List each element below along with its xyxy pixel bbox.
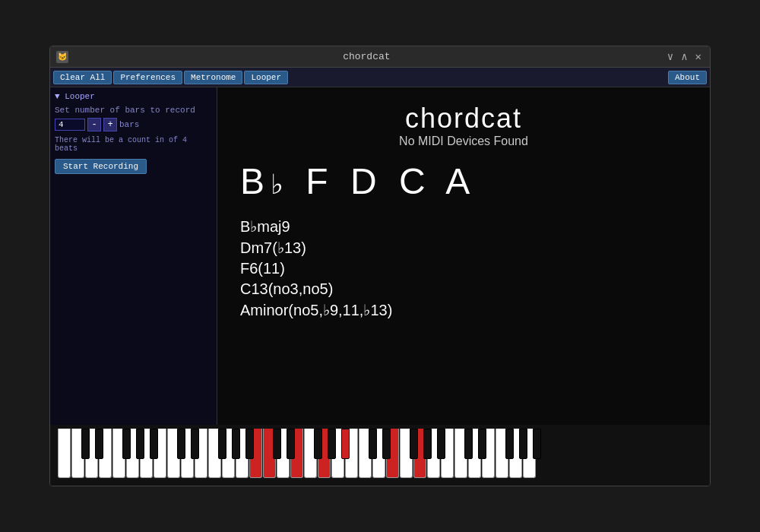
piano-black-key[interactable] [81,429,90,459]
looper-button[interactable]: Looper [244,71,288,84]
window-title: chordcat [68,51,665,62]
notes-display: B♭ F D C A [240,160,687,202]
count-info: There will be a count in of 4 beats [55,136,212,153]
menu-left: Clear All Preferences Metronome Looper [53,71,288,84]
chord-item-4: C13(no3,no5) [240,280,687,298]
piano-black-key[interactable] [423,429,432,459]
chord-item-2: Dm7(♭13) [240,239,687,257]
bars-unit: bars [119,120,139,129]
title-bar: 🐱 chordcat ∨ ∧ ✕ [50,46,710,68]
app-title: chordcat [240,103,687,135]
piano-container [50,425,710,486]
piano-black-key[interactable] [150,429,158,459]
bars-plus-button[interactable]: + [103,118,117,131]
piano-black-key[interactable] [410,429,418,459]
app-icon: 🐱 [56,51,68,63]
chord-item-5: Aminor(no5,♭9,11,♭13) [240,301,687,319]
looper-header: ▼ Looper [55,92,212,101]
piano-black-key[interactable] [505,429,514,459]
piano-black-key[interactable] [245,429,254,459]
clear-all-button[interactable]: Clear All [53,71,112,84]
notes-text: B♭ F D C A [240,161,476,201]
maximize-button[interactable]: ∧ [679,50,689,63]
piano-black-key[interactable] [136,429,144,459]
piano-black-key[interactable] [533,429,541,459]
bars-control: - + bars [55,118,212,131]
piano-black-key[interactable] [232,429,240,459]
piano-black-key[interactable] [273,429,281,459]
piano-black-key[interactable] [369,429,377,459]
piano-black-key[interactable] [328,429,336,459]
piano-black-key[interactable] [382,429,391,459]
piano-black-key[interactable] [464,429,473,459]
bars-input[interactable] [55,119,85,131]
piano-black-key[interactable] [437,429,445,459]
chord-item-1: B♭maj9 [240,217,687,236]
window-controls: ∨ ∧ ✕ [665,50,704,63]
preferences-button[interactable]: Preferences [113,71,182,84]
piano-black-key[interactable] [122,429,131,459]
content-area: ▼ Looper Set number of bars to record - … [50,87,710,425]
main-display: chordcat No MIDI Devices Found B♭ F D C … [217,87,710,425]
piano-black-key[interactable] [287,429,295,459]
chord-list: B♭maj9 Dm7(♭13) F6(11) C13(no3,no5) Amin… [240,217,687,319]
sidebar: ▼ Looper Set number of bars to record - … [50,87,217,425]
bars-label: Set number of bars to record [55,106,212,115]
bars-minus-button[interactable]: - [87,118,101,131]
start-recording-button[interactable]: Start Recording [55,159,147,174]
looper-section-title: ▼ Looper [55,92,95,101]
piano-black-key[interactable] [191,429,199,459]
piano-keys-area [58,429,702,482]
piano-black-key[interactable] [95,429,103,459]
piano-black-key[interactable] [341,429,350,459]
menu-bar: Clear All Preferences Metronome Looper A… [50,68,710,87]
piano-white-key[interactable] [58,429,71,478]
about-button[interactable]: About [668,71,707,84]
minimize-button[interactable]: ∨ [665,50,676,63]
piano-black-key[interactable] [218,429,226,459]
chord-item-3: F6(11) [240,260,687,277]
midi-status: No MIDI Devices Found [240,135,687,148]
piano-black-key[interactable] [519,429,527,459]
main-window: 🐱 chordcat ∨ ∧ ✕ Clear All Preferences M… [49,46,711,486]
piano-black-key[interactable] [478,429,486,459]
piano-render [58,429,538,478]
piano-black-key[interactable] [177,429,185,459]
metronome-button[interactable]: Metronome [184,71,242,84]
close-button[interactable]: ✕ [693,50,704,63]
piano-black-key[interactable] [314,429,322,459]
